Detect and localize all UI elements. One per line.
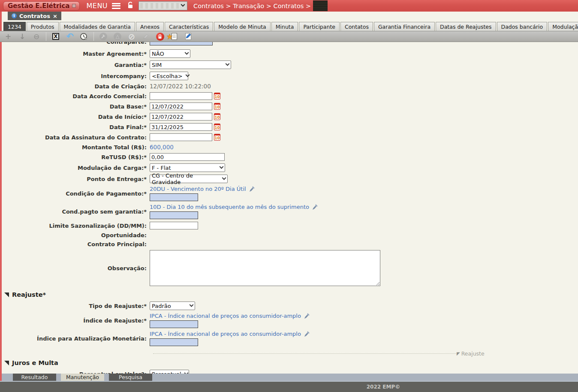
undo-icon[interactable]: ↶ [65,32,75,41]
add-icon[interactable]: + [3,32,13,41]
remove-icon[interactable]: ⊖ [32,32,41,41]
cond-pagamento-link[interactable]: 20DU - Vencimento no 20º Dia Útil [150,186,246,192]
calendar-icon[interactable]: 10 [214,93,220,100]
clear-broom-icon[interactable] [304,331,310,337]
cond-pagto-sem-garantia-link[interactable]: 10D - Dia 10 do mês subsequente ao mês d… [150,204,309,210]
data-acordo-label: Data Acordo Comercial: [2,93,150,100]
ponto-entrega-select[interactable]: CG - Centro de Gravidade [150,175,228,183]
tab-garantia-financeira[interactable]: Garantia Financeira [374,22,435,31]
bottom-tab-manutencao[interactable]: Manutenção [61,374,104,381]
tab-dados-bancario[interactable]: Dados bancário [497,22,548,31]
tab-anexos[interactable]: Anexos [136,22,164,31]
tipo-reajuste-select[interactable]: Padrão [150,302,195,310]
redacted-breadcrumb-item [313,0,328,11]
modulacao-carga-select[interactable]: F - Flat [150,163,225,172]
toolbar: + ↓ ⊖ X ↶ △ ⊘ [0,31,578,42]
block-icon[interactable]: ⊘ [127,32,136,41]
field-row-contraparte: Contraparte: [2,42,578,45]
field-row-data-final: Data Final:* 10 [2,123,578,131]
intercompany-select[interactable]: <Escolha> [150,72,188,80]
clear-broom-icon[interactable] [249,186,255,192]
tab-1234[interactable]: 1234 [3,22,26,31]
copyright-text: 2022 EMP© [367,384,400,390]
field-row-cond-pagto-sem-garantia: Cond.pagto sem garantia:* 10D - Dia 10 d… [2,204,578,219]
master-agreement-select[interactable]: NÃO [150,49,190,58]
data-assinatura-label: Data da Assinatura do Contrato: [2,134,150,141]
context-select[interactable] [138,1,187,10]
indice-atualizacao-input[interactable] [150,338,198,346]
limite-sazonalizacao-input[interactable] [150,222,198,229]
window-tab-contratos[interactable]: i Contratos × [8,12,61,20]
indice-reajuste-link[interactable]: IPCA - Índice nacional de preços ao cons… [150,313,301,319]
field-row-tipo-reajuste: Tipo de Reajuste:* Padrão [2,302,578,310]
unlock-icon[interactable] [127,2,133,10]
calendar-icon[interactable]: 10 [214,124,220,130]
breadcrumb[interactable]: Contratos > Transação > Contratos > [193,3,311,9]
menu-button[interactable]: MENU [86,2,108,10]
app-logo[interactable]: Gestão E.Elétrica [3,1,80,11]
field-row-data-inicio: Data de Início:* 10 [2,113,578,121]
field-row-modulacao-carga: Modulação de Carga:* F - Flat [2,163,578,172]
data-base-input[interactable] [150,103,212,110]
section-juros-multa[interactable]: Juros e Multa [4,359,578,366]
release-icon[interactable]: △ [113,32,122,41]
data-inicio-input[interactable] [150,113,212,121]
garantia-select[interactable]: SIM [150,60,231,69]
data-final-input[interactable] [150,123,212,131]
bottom-tab-pesquisa[interactable]: Pesquisa [109,374,152,381]
chevron-down-icon [185,72,190,77]
clear-broom-icon[interactable] [312,204,318,210]
indice-reajuste-input[interactable] [150,320,198,328]
stamp-icon[interactable] [141,32,151,41]
data-assinatura-input[interactable] [150,133,212,141]
import-icon[interactable]: ↓ [18,32,27,41]
history-icon[interactable] [79,32,89,41]
tab-datas-reajustes[interactable]: Datas de Reajustes [436,22,496,31]
tab-modelo-minuta[interactable]: Modelo de Minuta [214,22,270,31]
observacao-textarea[interactable] [150,250,380,286]
cond-pagamento-input[interactable] [150,193,198,201]
field-row-limite-sazonalizacao: Limite Sazonalização (DD/MM): [2,222,578,229]
retusd-input[interactable] [150,153,225,161]
garantia-label: Garantia:* [2,62,150,68]
field-row-intercompany: Intercompany: <Escolha> [2,72,578,80]
tab-contatos[interactable]: Contatos [340,22,373,31]
reajuste-end-label: Reajuste [461,350,485,357]
data-acordo-input[interactable] [150,92,212,100]
calendar-icon[interactable]: 10 [214,113,220,120]
toolbar-separator [46,32,46,41]
hamburger-icon[interactable] [112,3,120,9]
modulacao-carga-value: F - Flat [152,165,171,171]
collapse-triangle-icon[interactable] [4,292,9,297]
indice-atualizacao-link[interactable]: IPCA - Índice nacional de preços ao cons… [150,331,301,337]
field-row-ponto-entrega: Ponto de Entrega:* CG - Centro de Gravid… [2,175,578,183]
toolbar-separator [93,32,94,41]
bottom-tab-resultado[interactable]: Resultado [13,374,56,381]
collapse-triangle-icon[interactable] [4,361,9,365]
tab-produtos[interactable]: Produtos [27,22,59,31]
contraparte-input[interactable] [150,42,213,45]
calendar-icon[interactable]: 10 [214,103,220,110]
chevron-down-icon [222,175,226,180]
tab-modulacao-declarada[interactable]: Modulação Declarada [548,22,578,31]
tab-minuta[interactable]: Minuta [271,22,298,31]
chevron-down-icon [220,164,224,169]
hammer-icon[interactable] [99,32,108,41]
section-reajuste[interactable]: Reajuste* [4,291,578,298]
clear-broom-icon[interactable] [304,313,310,319]
close-icon[interactable]: × [53,13,57,19]
excel-export-icon[interactable]: X [51,32,60,41]
log-icon[interactable] [169,32,179,41]
cond-pagto-sem-garantia-input[interactable] [150,211,198,219]
lock-icon[interactable] [155,32,165,41]
chevron-down-icon [185,50,189,54]
section-reajuste-title: Reajuste* [12,291,46,298]
field-row-data-base: Data Base:* 10 [2,103,578,110]
edit-icon[interactable] [184,32,193,41]
tab-participante[interactable]: Participante [299,22,340,31]
contrato-principal-label: Contrato Principal: [2,241,150,247]
tab-caracteristicas[interactable]: Características [165,22,213,31]
tab-modalidades-garantia[interactable]: Modalidades de Garantia [60,22,135,31]
calendar-icon[interactable]: 10 [214,134,220,141]
bottom-tab-bar: Resultado Manutenção Pesquisa [2,374,578,381]
